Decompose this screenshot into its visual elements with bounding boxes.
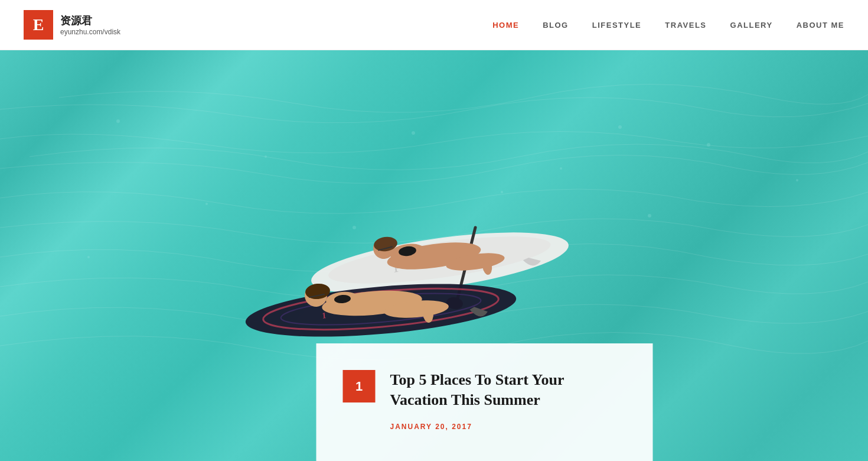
svg-point-10 <box>796 179 798 181</box>
hero-card: 1 Top 5 Places To Start Your Vacation Th… <box>316 343 653 461</box>
logo[interactable]: E 资源君 eyunzhu.com/vdisk <box>24 10 120 40</box>
svg-text:1: 1 <box>322 311 327 320</box>
hero-illustration: 1 1 <box>239 157 593 346</box>
main-nav: HOME BLOG LIFESTYLE TRAVELS GALLERY ABOU… <box>492 21 844 30</box>
site-header: E 资源君 eyunzhu.com/vdisk HOME BLOG LIFEST… <box>0 0 868 50</box>
logo-url: eyunzhu.com/vdisk <box>60 28 120 36</box>
post-number-badge: 1 <box>343 370 376 402</box>
card-content: Top 5 Places To Start Your Vacation This… <box>390 370 621 431</box>
nav-about-me[interactable]: ABOUT ME <box>797 21 844 30</box>
svg-point-8 <box>648 214 651 217</box>
hero-section: 1 1 <box>0 50 868 461</box>
card-date: JANUARY 20, 2017 <box>390 423 472 431</box>
nav-lifestyle[interactable]: LIFESTYLE <box>592 21 642 30</box>
logo-text: 资源君 eyunzhu.com/vdisk <box>60 14 120 36</box>
svg-point-4 <box>707 143 710 147</box>
nav-travels[interactable]: TRAVELS <box>665 21 706 30</box>
nav-blog[interactable]: BLOG <box>543 21 569 30</box>
logo-chinese-name: 资源君 <box>60 14 120 28</box>
nav-home[interactable]: HOME <box>492 21 519 30</box>
svg-point-5 <box>205 203 208 205</box>
nav-gallery[interactable]: GALLERY <box>730 21 773 30</box>
card-title: Top 5 Places To Start Your Vacation This… <box>390 370 621 410</box>
hero-background: 1 1 <box>0 50 868 461</box>
logo-icon: E <box>24 10 53 40</box>
svg-point-0 <box>116 119 120 123</box>
svg-point-2 <box>412 131 415 135</box>
svg-point-9 <box>87 256 90 258</box>
svg-point-11 <box>618 125 622 129</box>
